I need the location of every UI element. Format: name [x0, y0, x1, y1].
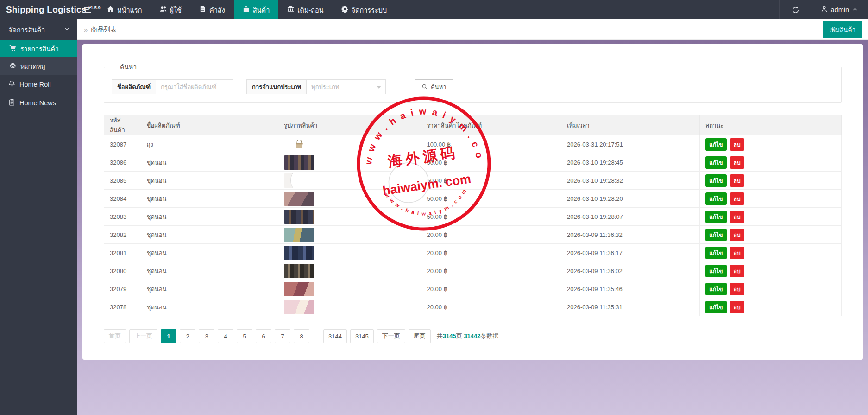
product-image[interactable] — [284, 155, 314, 170]
nav-item-6[interactable]: จัดการระบบ — [333, 0, 396, 19]
sidebar-item-home-roll[interactable]: Home Roll — [0, 75, 77, 94]
edit-button[interactable]: แก้ไข — [705, 138, 726, 151]
sidebar-toggle-icon[interactable] — [77, 0, 98, 19]
add-product-button[interactable]: เพิ่มสินค้า — [823, 21, 863, 38]
user-menu[interactable]: admin — [812, 0, 868, 19]
cell-added-time: 2026-03-10 19:28:32 — [561, 172, 700, 190]
edit-button[interactable]: แก้ไข — [705, 174, 726, 187]
cell-product-image — [278, 190, 421, 208]
nav-item-label: หน้าแรก — [117, 5, 142, 15]
table-header-row: รหัสสินค้าชื่อผลิตภัณฑ์รูปภาพสินค้าราคาส… — [104, 115, 842, 135]
nav-item-5[interactable]: เติม-ถอน — [278, 0, 332, 19]
page-number-4[interactable]: 4 — [218, 329, 233, 343]
edit-button[interactable]: แก้ไข — [705, 283, 726, 295]
cell-product-price: 100.00 ฿ — [421, 135, 561, 153]
category-group: การจำแนกประเภท ทุกประเภท — [246, 79, 386, 94]
page-number-3144[interactable]: 3144 — [323, 329, 347, 343]
product-image[interactable] — [284, 264, 314, 278]
gear-icon — [341, 6, 348, 14]
product-image[interactable] — [284, 173, 314, 188]
cell-product-image — [278, 298, 421, 316]
cell-product-name: ชุดนอน — [141, 208, 278, 226]
category-select[interactable]: ทุกประเภท — [306, 79, 386, 94]
table-row: 32081ชุดนอน20.00 ฿2026-03-09 11:36:17แก้… — [104, 244, 842, 262]
delete-button[interactable]: ลบ — [730, 156, 744, 169]
table-row: 32080ชุดนอน20.00 ฿2026-03-09 11:36:02แก้… — [104, 262, 842, 280]
column-header-4: ราคาสินค้าโภคภัณฑ์ — [421, 115, 561, 135]
page-number-2[interactable]: 2 — [180, 329, 195, 343]
cell-product-price: 20.00 ฿ — [421, 262, 561, 280]
cell-status: แก้ไขลบ — [700, 153, 842, 172]
sidebar-item-รายการสินค้า[interactable]: รายการสินค้า — [0, 40, 77, 57]
nav-item-4[interactable]: สินค้า — [234, 0, 279, 19]
edit-button[interactable]: แก้ไข — [705, 301, 726, 313]
delete-button[interactable]: ลบ — [730, 283, 744, 295]
edit-button[interactable]: แก้ไข — [705, 192, 726, 205]
edit-button[interactable]: แก้ไข — [705, 265, 726, 277]
cell-product-price: 20.00 ฿ — [421, 244, 561, 262]
cell-product-name: ชุดนอน — [141, 153, 278, 172]
product-image[interactable] — [284, 228, 314, 242]
product-image[interactable] — [284, 300, 314, 314]
content-card: ค้นหา ชื่อผลิตภัณฑ์ การจำแนกประเภท ทุกปร… — [82, 44, 863, 360]
search-button[interactable]: ค้นหา — [415, 79, 453, 94]
nav-item-2[interactable]: ผู้ใช้ — [151, 0, 190, 19]
product-image[interactable] — [284, 192, 314, 206]
product-name-input[interactable] — [156, 79, 233, 94]
delete-button[interactable]: ลบ — [730, 301, 744, 313]
product-image[interactable] — [284, 137, 314, 152]
nav-item-3[interactable]: คำสั่ง — [190, 0, 234, 19]
page-first-button[interactable]: 首页 — [104, 329, 126, 343]
delete-button[interactable]: ลบ — [730, 192, 744, 205]
page-next-button[interactable]: 下一页 — [377, 329, 405, 343]
cell-product-id: 32083 — [104, 208, 141, 226]
cell-added-time: 2026-03-09 11:35:46 — [561, 280, 700, 298]
main-nav: หน้าแรกผู้ใช้คำสั่งสินค้าเติม-ถอนจัดการร… — [98, 0, 396, 19]
edit-button[interactable]: แก้ไข — [705, 156, 726, 169]
cell-product-price: 50.00 ฿ — [421, 208, 561, 226]
page-last-button[interactable]: 尾页 — [409, 329, 431, 343]
table-row: 32086ชุดนอน50.00 ฿2026-03-10 19:28:45แก้… — [104, 153, 842, 172]
cell-product-price: 20.00 ฿ — [421, 298, 561, 316]
sidebar-item-หมวดหมู่[interactable]: หมวดหมู่ — [0, 57, 77, 75]
product-image[interactable] — [284, 246, 314, 260]
page-number-1[interactable]: 1 — [161, 329, 176, 343]
cell-status: แก้ไขลบ — [700, 172, 842, 190]
page-number-7[interactable]: 7 — [275, 329, 290, 343]
layers-icon — [9, 62, 16, 70]
cell-product-name: ชุดนอน — [141, 298, 278, 316]
page-number-6[interactable]: 6 — [256, 329, 271, 343]
nav-item-label: สินค้า — [253, 5, 270, 15]
page-ellipsis: ... — [313, 329, 320, 343]
product-name-group: ชื่อผลิตภัณฑ์ — [112, 79, 233, 94]
cell-product-id: 32084 — [104, 190, 141, 208]
cell-status: แก้ไขลบ — [700, 262, 842, 280]
delete-button[interactable]: ลบ — [730, 265, 744, 277]
sidebar-item-home-news[interactable]: Home News — [0, 94, 77, 112]
app-logo: Shipping Logistics V1.5.9 — [0, 0, 77, 19]
bell-icon — [8, 80, 15, 89]
delete-button[interactable]: ลบ — [730, 247, 744, 259]
edit-button[interactable]: แก้ไข — [705, 247, 726, 259]
sidebar-filler — [0, 112, 77, 415]
sidebar-items: รายการสินค้าหมวดหมู่Home RollHome News — [0, 40, 77, 112]
page-number-3145[interactable]: 3145 — [350, 329, 374, 343]
cell-product-name: ชุดนอน — [141, 172, 278, 190]
page-number-3[interactable]: 3 — [199, 329, 214, 343]
delete-button[interactable]: ลบ — [730, 138, 744, 151]
product-image[interactable] — [284, 210, 314, 224]
page-prev-button[interactable]: 上一页 — [129, 329, 157, 343]
sidebar-item-label: หมวดหมู่ — [20, 61, 45, 71]
page-number-8[interactable]: 8 — [294, 329, 309, 343]
delete-button[interactable]: ลบ — [730, 174, 744, 187]
delete-button[interactable]: ลบ — [730, 229, 744, 241]
product-image[interactable] — [284, 282, 314, 296]
cell-status: แก้ไขลบ — [700, 190, 842, 208]
refresh-icon[interactable] — [779, 0, 812, 19]
edit-button[interactable]: แก้ไข — [705, 229, 726, 241]
sidebar-group-products[interactable]: จัดการสินค้า — [0, 19, 77, 40]
page-number-5[interactable]: 5 — [237, 329, 252, 343]
edit-button[interactable]: แก้ไข — [705, 211, 726, 223]
nav-item-1[interactable]: หน้าแรก — [98, 0, 151, 19]
delete-button[interactable]: ลบ — [730, 211, 744, 223]
